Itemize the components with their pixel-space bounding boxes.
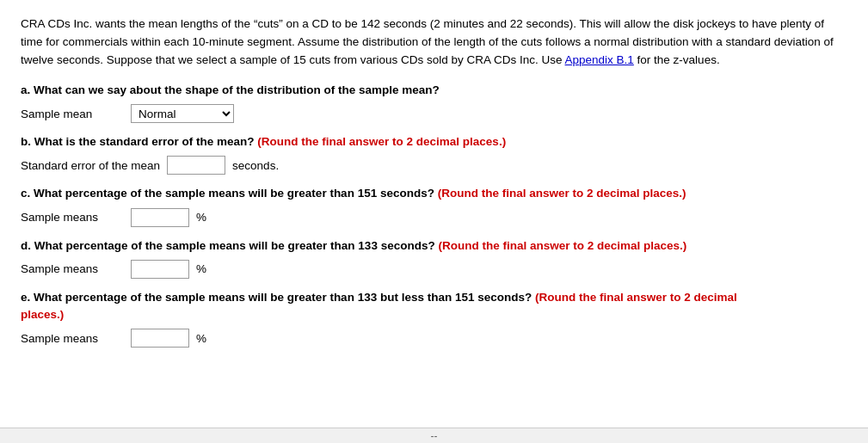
question-d-highlight: (Round the final answer to 2 decimal pla… [438, 239, 686, 252]
sample-mean-label: Sample mean [21, 108, 124, 120]
appendix-link[interactable]: Appendix B.1 [565, 53, 634, 66]
sample-means-c-input[interactable] [131, 208, 189, 227]
question-e-label: e. What percentage of the sample means w… [21, 289, 847, 324]
question-e-block: e. What percentage of the sample means w… [21, 289, 847, 348]
sample-mean-dropdown[interactable]: Normal Skewed Uniform Unknown [131, 104, 234, 123]
std-error-input[interactable] [167, 156, 225, 175]
question-a-label: a. What can we say about the shape of th… [21, 82, 847, 99]
question-c-block: c. What percentage of the sample means w… [21, 185, 847, 226]
std-error-label: Standard error of the mean [21, 159, 160, 172]
sample-means-d-label: Sample means [21, 262, 124, 275]
question-b-highlight: (Round the final answer to 2 decimal pla… [257, 135, 506, 148]
sample-means-c-unit: % [196, 211, 206, 224]
sample-means-d-unit: % [196, 262, 206, 275]
question-c-text: What percentage of the sample means will… [34, 187, 438, 200]
bottom-bar-text: -- [431, 430, 438, 442]
question-b-answer-row: Standard error of the mean seconds. [21, 156, 847, 175]
question-a-letter: a. [21, 83, 30, 96]
question-a-block: a. What can we say about the shape of th… [21, 82, 847, 123]
question-d-label: d. What percentage of the sample means w… [21, 237, 847, 255]
question-b-block: b. What is the standard error of the mea… [21, 133, 847, 175]
sample-means-c-label: Sample means [21, 211, 124, 224]
question-c-letter: c. [21, 187, 30, 200]
question-a-answer-row: Sample mean Normal Skewed Uniform Unknow… [21, 104, 847, 123]
intro-text-end: for the z-values. [634, 53, 720, 66]
question-c-label: c. What percentage of the sample means w… [21, 185, 847, 202]
question-d-letter: d. [21, 239, 31, 252]
sample-means-d-input[interactable] [131, 260, 189, 279]
sample-means-e-input[interactable] [131, 329, 189, 348]
question-e-letter: e. [21, 291, 30, 304]
std-error-unit: seconds. [232, 159, 279, 172]
sample-means-e-unit: % [196, 332, 206, 345]
question-e-highlight: (Round the final answer to 2 decimal [535, 291, 737, 304]
question-e-highlight2: places.) [21, 308, 64, 321]
question-c-highlight: (Round the final answer to 2 decimal pla… [438, 187, 686, 200]
question-d-block: d. What percentage of the sample means w… [21, 237, 847, 279]
question-b-letter: b. [21, 135, 31, 148]
question-a-text: What can we say about the shape of the d… [34, 83, 440, 96]
question-e-answer-row: Sample means % [21, 329, 847, 348]
question-b-text: What is the standard error of the mean? [34, 135, 258, 148]
question-b-label: b. What is the standard error of the mea… [21, 133, 847, 151]
intro-paragraph: CRA CDs Inc. wants the mean lengths of t… [21, 15, 847, 70]
question-c-answer-row: Sample means % [21, 208, 847, 227]
question-d-text: What percentage of the sample means will… [34, 239, 439, 252]
sample-means-e-label: Sample means [21, 332, 124, 345]
question-e-text: What percentage of the sample means will… [34, 291, 535, 304]
bottom-bar: -- [0, 428, 868, 443]
question-d-answer-row: Sample means % [21, 260, 847, 279]
